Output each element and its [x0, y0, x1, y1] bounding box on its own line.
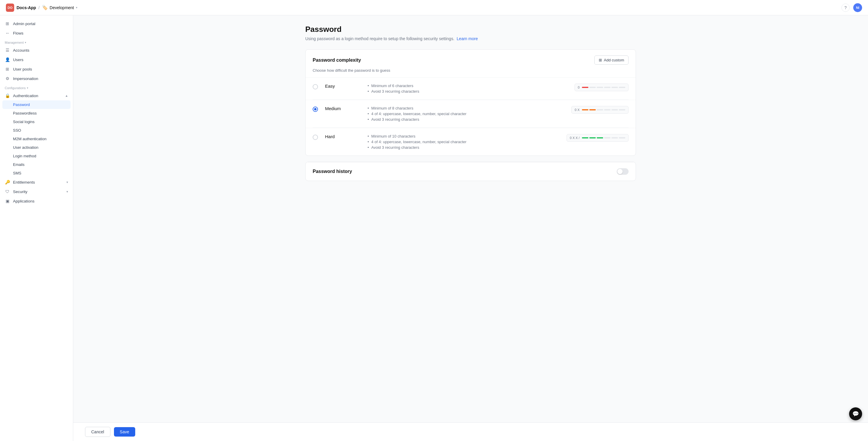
cancel-button[interactable]: Cancel [85, 427, 111, 437]
hard-strength: 0 X X / [566, 134, 628, 142]
complexity-title: Password complexity [313, 58, 361, 63]
sidebar-subitem-sms[interactable]: SMS [0, 169, 73, 178]
top-bar: DO Docs-App / 🏷️ Development ▾ ? NI [0, 0, 868, 15]
seg-m4 [604, 109, 611, 111]
hard-details: Minimum of 10 characters 4 of 4: upperca… [368, 134, 559, 150]
env-selector[interactable]: 🏷️ Development ▾ [42, 5, 78, 10]
easy-strength: 0 [575, 84, 628, 91]
sidebar-subitem-social-logins[interactable]: Social logins [0, 118, 73, 126]
layout: ⊞ Admin portal ↔ Flows Management ▾ ☰ Ac… [0, 15, 868, 441]
hard-bullet-2: 4 of 4: uppercase, lowercase, number, sp… [368, 139, 559, 144]
main-content: Password Using password as a login metho… [73, 15, 868, 441]
complexity-option-easy: Easy Minimum of 6 characters Avoid 3 rec… [306, 77, 636, 99]
easy-label: Easy [325, 84, 349, 89]
chat-icon: 💬 [852, 411, 859, 417]
sidebar-item-users[interactable]: 👤 Users [0, 55, 73, 64]
sidebar-item-applications[interactable]: ▣ Applications [0, 196, 73, 206]
env-icon: 🏷️ [42, 5, 48, 10]
sidebar-item-user-pools[interactable]: ⊞ User pools [0, 64, 73, 74]
learn-more-link[interactable]: Learn more [457, 36, 478, 41]
sidebar-subitem-emails[interactable]: Emails [0, 160, 73, 169]
sidebar-item-entitlements[interactable]: 🔑 Entitlements ▾ [0, 178, 73, 187]
seg-5 [612, 87, 618, 88]
sidebar-label-user-activation: User activation [13, 145, 38, 150]
flows-icon: ↔ [5, 31, 10, 35]
complexity-subtitle: Choose how difficult the password is to … [306, 68, 636, 77]
entitlements-icon: 🔑 [5, 180, 10, 185]
sidebar-item-admin-portal[interactable]: ⊞ Admin portal [0, 19, 73, 28]
page-title: Password [305, 25, 636, 34]
add-custom-button[interactable]: ⊞ Add custom [594, 56, 628, 65]
sidebar-item-authentication[interactable]: 🔒 Authentication ▲ [0, 91, 73, 100]
hard-bullet-3: Avoid 3 recurring characters [368, 145, 559, 150]
radio-medium[interactable] [313, 106, 318, 112]
sidebar-label-sms: SMS [13, 171, 21, 175]
complexity-option-hard: Hard Minimum of 10 characters 4 of 4: up… [306, 128, 636, 156]
sidebar: ⊞ Admin portal ↔ Flows Management ▾ ☰ Ac… [0, 15, 73, 441]
easy-bullet-2: Avoid 3 recurring characters [368, 89, 567, 94]
password-history-toggle[interactable] [617, 168, 628, 175]
authentication-icon: 🔒 [5, 93, 10, 98]
authentication-chevron-icon: ▲ [65, 94, 68, 97]
sidebar-label-password: Password [13, 102, 30, 107]
radio-hard[interactable] [313, 135, 318, 140]
save-button[interactable]: Save [114, 427, 135, 437]
radio-easy[interactable] [313, 84, 318, 89]
medium-bullet-2: 4 of 4: uppercase, lowercase, number, sp… [368, 112, 564, 116]
card-header: Password complexity ⊞ Add custom [306, 50, 636, 68]
sidebar-label-flows: Flows [13, 31, 23, 35]
sidebar-subitem-m2m[interactable]: M2M authentication [0, 135, 73, 143]
app-name: Docs-App [17, 5, 36, 10]
chat-widget[interactable]: 💬 [849, 407, 862, 420]
password-history-card: Password history [305, 162, 636, 181]
sidebar-subitem-user-activation[interactable]: User activation [0, 143, 73, 152]
top-bar-left: DO Docs-App / 🏷️ Development ▾ [6, 4, 78, 12]
app-logo: DO [6, 4, 14, 12]
applications-icon: ▣ [5, 199, 10, 203]
medium-details: Minimum of 8 characters 4 of 4: uppercas… [368, 106, 564, 122]
security-chevron-icon: ▾ [66, 190, 68, 194]
sidebar-subitem-passwordless[interactable]: Passwordless [0, 109, 73, 118]
sidebar-subitem-sso[interactable]: SSO [0, 126, 73, 135]
users-icon: 👤 [5, 57, 10, 62]
help-button[interactable]: ? [841, 4, 850, 12]
separator: / [38, 5, 39, 10]
seg-h2 [589, 137, 596, 138]
seg-h1 [582, 137, 588, 138]
sidebar-item-security[interactable]: 🛡 Security ▾ [0, 187, 73, 196]
content-area: Password Using password as a login metho… [293, 15, 648, 211]
configurations-section: Configurations ▾ [0, 83, 73, 91]
sidebar-label-admin-portal: Admin portal [13, 22, 35, 26]
avatar[interactable]: NI [853, 3, 862, 12]
seg-6 [619, 87, 625, 88]
seg-h3 [597, 137, 603, 138]
seg-h6 [619, 137, 625, 138]
sidebar-subitem-login-method[interactable]: Login method [0, 152, 73, 160]
medium-bullet-1: Minimum of 8 characters [368, 106, 564, 111]
seg-h4 [604, 137, 611, 138]
seg-h5 [612, 137, 618, 138]
sidebar-item-flows[interactable]: ↔ Flows [0, 28, 73, 38]
bottom-bar: Cancel Save [73, 422, 868, 441]
sidebar-label-user-pools: User pools [13, 67, 32, 71]
admin-portal-icon: ⊞ [5, 21, 10, 26]
sidebar-label-entitlements: Entitlements [13, 180, 35, 185]
sidebar-label-accounts: Accounts [13, 48, 30, 53]
page-description: Using password as a login method require… [305, 36, 636, 41]
sidebar-item-accounts[interactable]: ☰ Accounts [0, 45, 73, 55]
hard-bullet-1: Minimum of 10 characters [368, 134, 559, 138]
accounts-icon: ☰ [5, 48, 10, 53]
sidebar-subitem-password[interactable]: Password [2, 100, 70, 109]
password-history-header: Password history [306, 162, 636, 181]
seg-1 [582, 87, 588, 88]
medium-strength: 0 X [571, 106, 628, 114]
sidebar-label-m2m: M2M authentication [13, 137, 46, 141]
sidebar-item-impersonation[interactable]: ⚙ Impersonation [0, 74, 73, 83]
sidebar-label-sso: SSO [13, 128, 21, 132]
sidebar-label-users: Users [13, 58, 23, 62]
seg-2 [589, 87, 596, 88]
seg-m6 [619, 109, 625, 111]
seg-m5 [612, 109, 618, 111]
entitlements-chevron-icon: ▾ [66, 180, 68, 184]
sidebar-label-security: Security [13, 190, 27, 194]
